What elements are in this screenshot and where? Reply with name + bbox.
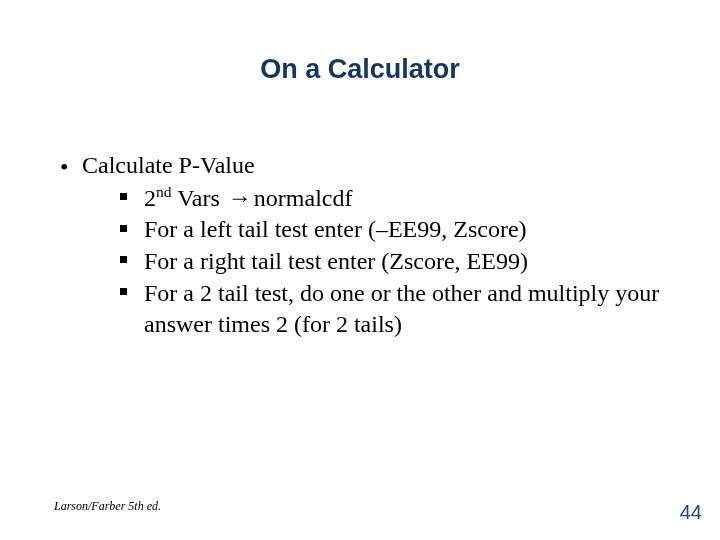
sub3-text: For a right tail test enter (Zscore, EE9… — [144, 248, 528, 274]
sub1-prefix: 2 — [144, 185, 156, 211]
sub-bullet-1: 2nd Vars →normalcdf — [82, 183, 666, 214]
sub-bullet-4: For a 2 tail test, do one or the other a… — [82, 278, 666, 339]
footer-attribution: Larson/Farber 5th ed. — [54, 499, 161, 514]
bullet-dot-icon: • — [60, 152, 68, 183]
slide-title: On a Calculator — [0, 54, 720, 85]
slide: On a Calculator • Calculate P-Value 2nd … — [0, 0, 720, 540]
sub-bullet-3: For a right tail test enter (Zscore, EE9… — [82, 246, 666, 277]
sub4-text: For a 2 tail test, do one or the other a… — [144, 280, 659, 337]
bullet-level1: • Calculate P-Value 2nd Vars →normalcdf … — [54, 150, 666, 339]
bullet1-label: Calculate P-Value — [82, 152, 255, 178]
page-number: 44 — [680, 501, 702, 524]
sub-bullet-2: For a left tail test enter (–EE99, Zscor… — [82, 214, 666, 245]
sub2-text: For a left tail test enter (–EE99, Zscor… — [144, 216, 527, 242]
sub1-sup: nd — [156, 183, 172, 200]
slide-body: • Calculate P-Value 2nd Vars →normalcdf … — [54, 150, 666, 343]
square-bullet-icon — [120, 193, 127, 200]
sub1-rest: Vars — [172, 185, 226, 211]
arrow-icon: → — [226, 184, 254, 211]
square-bullet-icon — [120, 256, 127, 263]
square-bullet-icon — [120, 225, 127, 232]
sub-bullet-list: 2nd Vars →normalcdf For a left tail test… — [82, 183, 666, 340]
square-bullet-icon — [120, 288, 127, 295]
sub1-after: normalcdf — [254, 185, 353, 211]
